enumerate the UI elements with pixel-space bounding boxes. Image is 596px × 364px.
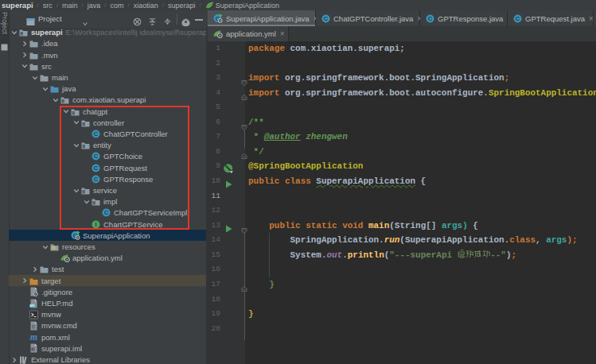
svg-text:C: C — [428, 15, 433, 22]
svg-text:C: C — [516, 15, 520, 22]
svg-text:MD: MD — [30, 304, 35, 308]
svg-text:C: C — [324, 15, 329, 22]
svg-text:IJ: IJ — [32, 347, 34, 351]
svg-text:m: m — [30, 332, 37, 342]
